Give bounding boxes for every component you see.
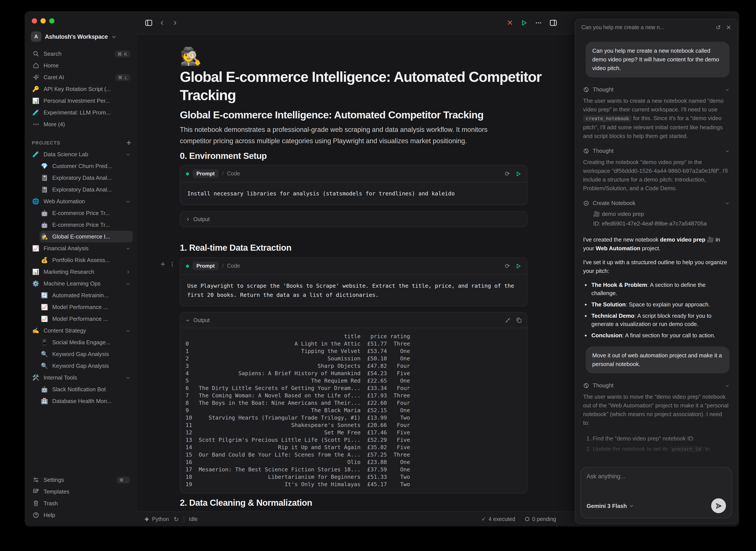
stop-kernel-button[interactable] (507, 20, 513, 26)
executed-count: ✓ 4 executed (481, 516, 515, 522)
workspace-switcher[interactable]: A Ashutosh's Workspace (31, 31, 132, 42)
play-icon (521, 19, 527, 26)
collapse-output-button[interactable] (505, 318, 510, 323)
project-item[interactable]: 🛠️Internal Tools (31, 372, 133, 384)
more-options-button[interactable] (535, 19, 542, 26)
cell-prompt-text[interactable]: Use Playwright to scrape the 'Books to S… (180, 274, 527, 306)
sidebar-item-more[interactable]: More (4) (31, 118, 133, 130)
thought-header[interactable]: Thought (583, 147, 729, 154)
notebook-item[interactable]: 🔍Keyword Gap Analysis (40, 360, 133, 372)
notebook-item[interactable]: 🕵️Global E-commerce I... (40, 231, 133, 242)
thought-header[interactable]: Thought (583, 382, 729, 389)
project-item[interactable]: 🌐Web Automation (31, 195, 133, 207)
tab-prompt[interactable]: Prompt (193, 261, 219, 270)
toggle-sidebar-button[interactable] (145, 19, 153, 26)
notebook-item[interactable]: 📈Model Performance ... (40, 313, 133, 325)
chevron-down-icon[interactable] (126, 375, 130, 380)
notebook-item[interactable]: 🤖E-commerce Price Tr... (40, 219, 133, 231)
add-cell-button[interactable] (160, 261, 166, 267)
project-label: Data Science Lab (43, 151, 88, 157)
close-chat-button[interactable]: ✕ (726, 24, 731, 30)
refresh-cell-button[interactable]: ⟳ (505, 263, 510, 269)
send-button[interactable] (711, 498, 726, 513)
toggle-chat-panel-button[interactable] (550, 19, 557, 26)
chat-input[interactable]: Ask anything... Gemini 3 Flash (580, 467, 732, 518)
project-item[interactable]: ✍️Content Strategy (31, 325, 133, 337)
chevron-down-icon[interactable] (126, 282, 130, 286)
reset-chat-button[interactable]: ↺ (716, 24, 721, 30)
sidebar-item-label: Search (43, 50, 61, 57)
minimize-window-button[interactable] (40, 18, 46, 23)
copy-output-button[interactable] (516, 317, 522, 323)
sidebar-item-settings[interactable]: Settings⌘ , (31, 474, 133, 486)
chevron-down-icon[interactable] (725, 383, 729, 388)
chevron-down-icon[interactable] (126, 246, 130, 250)
chevron-down-icon[interactable] (126, 329, 130, 333)
restart-kernel-button[interactable]: ↻ (174, 516, 179, 522)
notebook-item[interactable]: 🤖Slack Notification Bot (40, 384, 133, 395)
sidebar-doc-item[interactable]: 🧪Experimental: LLM Prom... (31, 107, 133, 118)
notebook-item[interactable]: 📓Exploratory Data Anal... (40, 184, 133, 195)
chat-conversation[interactable]: Can you help me create a new notebook ca… (575, 36, 737, 467)
notebook-item[interactable]: 📓Exploratory Data Anal... (40, 172, 133, 184)
notebook-item[interactable]: 💰Portfolio Risk Assess... (40, 254, 133, 266)
notebook-label: Automated Retrainin... (52, 292, 109, 299)
panel-right-icon (550, 19, 557, 26)
tab-code[interactable]: Code (227, 263, 240, 269)
tab-code[interactable]: Code (227, 171, 240, 177)
notebook-item[interactable]: 🤖E-commerce Price Tr... (40, 207, 133, 219)
chevron-down-icon[interactable] (725, 201, 729, 205)
notebook-item[interactable]: 🔄Automated Retrainin... (40, 290, 133, 301)
kernel-selector[interactable]: Python (144, 516, 169, 522)
tool-call-header[interactable]: Create Notebook (583, 200, 729, 206)
sidebar-doc-item[interactable]: 🔑API Key Rotation Script (... (31, 83, 133, 95)
project-emoji-icon: ✍️ (32, 328, 40, 334)
notebook-item[interactable]: 📈Model Performance ... (40, 301, 133, 313)
project-item[interactable]: 📊Marketing Research (31, 266, 133, 278)
output-header[interactable]: Output (180, 313, 527, 328)
add-project-button[interactable] (126, 140, 132, 146)
run-cell-button[interactable] (516, 171, 521, 176)
tab-prompt[interactable]: Prompt (193, 169, 219, 178)
sidebar-item-caret-ai[interactable]: Caret AI⌘ L (31, 71, 133, 83)
notebook-label: Model Performance ... (52, 316, 108, 322)
refresh-cell-button[interactable]: ⟳ (505, 171, 510, 177)
close-window-button[interactable] (32, 18, 37, 23)
sidebar-item-search[interactable]: Search⌘ K (31, 48, 133, 60)
plus-icon (126, 140, 132, 146)
chevron-down-icon[interactable] (126, 152, 130, 156)
chevron-right-icon[interactable] (126, 269, 130, 274)
thought-header[interactable]: Thought (583, 86, 729, 93)
sidebar-item-trash[interactable]: Trash (31, 497, 133, 509)
chevron-down-icon[interactable] (725, 149, 729, 153)
thought-label: Thought (593, 147, 613, 154)
nav-forward-button[interactable] (172, 20, 178, 25)
notebook-item[interactable]: 💎Customer Churn Pred... (40, 160, 133, 172)
model-selector[interactable]: Gemini 3 Flash (586, 503, 634, 509)
sidebar-doc-item[interactable]: 📊Personal Investment Per... (31, 95, 133, 107)
output-table[interactable]: title price rating 0 A Light in the Atti… (186, 333, 522, 488)
notebook-item[interactable]: 🔍Keyword Gap Analysis (40, 348, 133, 360)
nav-back-button[interactable] (160, 20, 165, 25)
run-all-button[interactable] (521, 19, 527, 26)
doc-emoji-icon: 🔑 (32, 86, 40, 92)
sidebar-item-templates[interactable]: Templates (31, 486, 133, 497)
panel-left-icon (145, 19, 153, 26)
doc-label: Personal Investment Per... (43, 97, 110, 104)
drag-handle[interactable] (171, 261, 173, 267)
project-item[interactable]: 🧪Data Science Lab (31, 148, 133, 160)
project-item[interactable]: ⚙️Machine Learning Ops (31, 278, 133, 290)
chevron-down-icon[interactable] (126, 199, 130, 203)
zoom-window-button[interactable] (49, 18, 54, 23)
chevron-down-icon[interactable] (725, 87, 729, 92)
output-header[interactable]: Output (180, 211, 527, 227)
chevron-down-icon (126, 152, 130, 156)
sidebar-item-help[interactable]: Help (31, 509, 133, 521)
notebook-item[interactable]: 🏥Database Health Mon... (40, 395, 133, 407)
notebook-item[interactable]: 📱Social Media Engage... (40, 337, 133, 348)
sidebar-item-home[interactable]: Home (31, 60, 133, 71)
notebook-emoji-icon: 💰 (40, 257, 48, 263)
project-item[interactable]: 📈Financial Analysis (31, 242, 133, 254)
run-cell-button[interactable] (516, 263, 521, 269)
cell-prompt-text[interactable]: Install necessary libraries for analysis… (180, 182, 527, 204)
